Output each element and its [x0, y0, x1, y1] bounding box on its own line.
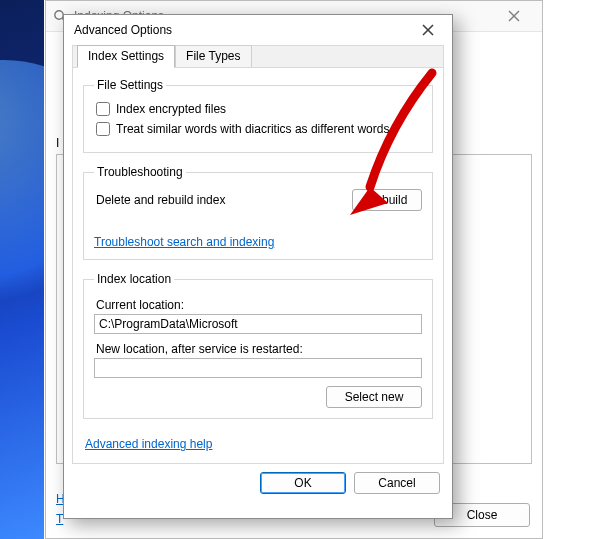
troubleshooting-group: Troubleshooting Delete and rebuild index…	[83, 165, 433, 260]
file-settings-group: File Settings Index encrypted files Trea…	[83, 78, 433, 153]
new-location-field[interactable]	[94, 358, 422, 378]
current-location-label: Current location:	[96, 298, 422, 312]
tab-file-types[interactable]: File Types	[175, 45, 251, 67]
new-location-label: New location, after service is restarted…	[96, 342, 422, 356]
treat-diacritics-row[interactable]: Treat similar words with diacritics as d…	[96, 122, 422, 136]
index-encrypted-checkbox[interactable]	[96, 102, 110, 116]
index-encrypted-row[interactable]: Index encrypted files	[96, 102, 422, 116]
dialog-button-row: OK Cancel	[64, 472, 452, 504]
current-location-field[interactable]	[94, 314, 422, 334]
ok-button[interactable]: OK	[260, 472, 346, 494]
advanced-options-dialog: Advanced Options Index Settings File Typ…	[63, 14, 453, 519]
advanced-indexing-help-link[interactable]: Advanced indexing help	[85, 437, 212, 451]
advanced-close-icon[interactable]	[414, 16, 442, 44]
svg-point-0	[55, 11, 63, 19]
included-locations-label-partial: I	[56, 136, 59, 150]
advanced-titlebar[interactable]: Advanced Options	[64, 15, 452, 45]
troubleshooting-legend: Troubleshooting	[94, 165, 186, 179]
rebuild-button[interactable]: Rebuild	[352, 189, 422, 211]
tab-page-index-settings: File Settings Index encrypted files Trea…	[72, 68, 444, 464]
file-settings-legend: File Settings	[94, 78, 166, 92]
desktop-wallpaper-peek	[0, 0, 44, 539]
index-encrypted-label: Index encrypted files	[116, 102, 226, 116]
advanced-title: Advanced Options	[74, 23, 414, 37]
select-new-button[interactable]: Select new	[326, 386, 422, 408]
index-location-group: Index location Current location: New loc…	[83, 272, 433, 419]
cancel-button[interactable]: Cancel	[354, 472, 440, 494]
treat-diacritics-checkbox[interactable]	[96, 122, 110, 136]
tab-strip: Index Settings File Types	[72, 45, 444, 68]
index-location-legend: Index location	[94, 272, 174, 286]
troubleshoot-search-link[interactable]: Troubleshoot search and indexing	[94, 235, 274, 249]
treat-diacritics-label: Treat similar words with diacritics as d…	[116, 122, 389, 136]
tab-index-settings[interactable]: Index Settings	[77, 45, 175, 68]
indexing-close-icon[interactable]	[492, 1, 536, 31]
delete-rebuild-label: Delete and rebuild index	[96, 193, 225, 207]
